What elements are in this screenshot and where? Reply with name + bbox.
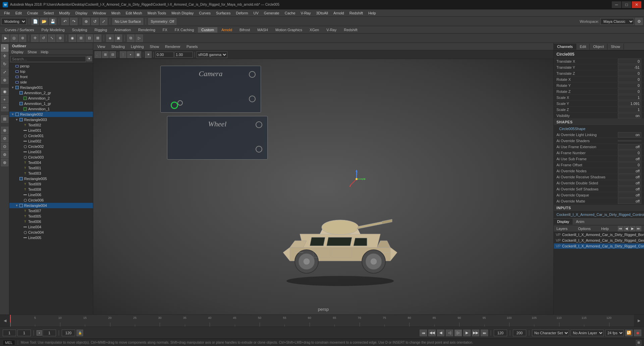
layer-menu-layers[interactable]: Layers bbox=[555, 226, 569, 231]
sculpt-tool[interactable]: ⌖ bbox=[1, 96, 8, 103]
ai-prop-value[interactable]: 0 bbox=[618, 162, 641, 168]
channel-value[interactable]: 1 bbox=[618, 95, 641, 100]
frame-box-input[interactable] bbox=[43, 330, 56, 336]
module-tab-sculpting[interactable]: Sculpting bbox=[69, 27, 91, 33]
menu-v-ray[interactable]: V-Ray bbox=[298, 10, 314, 16]
tree-item[interactable]: Ammnition_1 bbox=[9, 106, 93, 112]
tree-item[interactable]: Circle002 bbox=[9, 144, 93, 149]
fps-select[interactable]: 24 fps bbox=[605, 330, 624, 336]
tree-item[interactable]: Circle003 bbox=[9, 155, 93, 160]
layer-vis-btn[interactable]: V bbox=[556, 233, 558, 237]
tree-item[interactable]: Ammnition_2_gr bbox=[9, 90, 93, 96]
tree-item[interactable]: Rectangle005 bbox=[9, 176, 93, 181]
tree-item[interactable]: persp bbox=[9, 63, 93, 69]
tree-item[interactable]: Circle001 bbox=[9, 133, 93, 138]
symmetry-btn[interactable]: Symmetry: Off bbox=[148, 18, 176, 25]
layer-row[interactable]: VPCockerill_I_X_Armored_Car_is_Dirty_Rig… bbox=[554, 238, 644, 243]
channel-value[interactable]: 0 bbox=[618, 59, 641, 64]
menu-edit[interactable]: Edit bbox=[13, 10, 24, 16]
menu-mesh-display[interactable]: Mesh Display bbox=[169, 10, 196, 16]
settings-btn[interactable]: ⚙ bbox=[635, 18, 643, 25]
tree-item[interactable]: ▼Rectangle003 bbox=[9, 117, 93, 122]
tree-item[interactable]: TText002 bbox=[9, 122, 93, 128]
shape-item[interactable]: Circle005Shape bbox=[554, 126, 644, 132]
menu-3dtoall[interactable]: 3DtoAll bbox=[313, 10, 330, 16]
soft-mod[interactable]: ◉ bbox=[1, 88, 8, 95]
menu-window[interactable]: Window bbox=[90, 10, 109, 16]
cam-btn[interactable]: ⧉ bbox=[127, 35, 135, 42]
vp-light-btn[interactable]: ☀ bbox=[145, 51, 152, 58]
layer-nav-btn[interactable]: ⏮ bbox=[618, 226, 623, 231]
module-tab-rigging[interactable]: Rigging bbox=[91, 27, 110, 33]
lasso-btn[interactable]: ◎ bbox=[10, 35, 18, 42]
channels-tab-show[interactable]: Show bbox=[607, 44, 624, 50]
prev-frame-btn[interactable]: ◀ bbox=[437, 330, 444, 336]
tree-item[interactable]: Ammnition_2 bbox=[9, 96, 93, 101]
close-button[interactable]: ✕ bbox=[632, 1, 641, 8]
menu-surfaces[interactable]: Surfaces bbox=[213, 10, 233, 16]
menu-redshift[interactable]: Redshift bbox=[347, 10, 366, 16]
module-tab-rendering[interactable]: Rendering bbox=[135, 27, 159, 33]
channel-value[interactable]: 0 bbox=[618, 77, 641, 82]
auto-key-btn[interactable]: ⏺ bbox=[634, 330, 641, 336]
vp-persp-btn[interactable]: ⊞ bbox=[102, 51, 109, 58]
tree-item[interactable]: TText009 bbox=[9, 181, 93, 187]
menu-modify[interactable]: Modify bbox=[56, 10, 72, 16]
tree-item[interactable]: ▼Rectangle001 bbox=[9, 85, 93, 90]
layer-vis-btn[interactable]: V bbox=[556, 244, 558, 248]
isolate-btn[interactable]: ◈ bbox=[106, 35, 114, 42]
tree-item[interactable]: TText007 bbox=[9, 208, 93, 214]
status-icon-btn[interactable]: ⊞ bbox=[636, 340, 641, 345]
menu-deform[interactable]: Deform bbox=[233, 10, 251, 16]
universal-btn[interactable]: ⊕ bbox=[56, 35, 64, 42]
module-tab-curves-/-surfaces[interactable]: Curves / Surfaces bbox=[1, 27, 37, 33]
menu-cache[interactable]: Cache bbox=[282, 10, 298, 16]
channel-value[interactable]: 0 bbox=[618, 89, 641, 94]
viewport-menu-view[interactable]: View bbox=[95, 44, 108, 49]
module-tab-bifrost[interactable]: Bifrost bbox=[236, 27, 253, 33]
universal-manip[interactable]: ⊕ bbox=[1, 76, 8, 84]
rotate-icon-btn[interactable]: ↺ bbox=[40, 35, 47, 42]
paint-tool[interactable]: ✏ bbox=[1, 104, 8, 111]
go-end-btn[interactable]: ⏭ bbox=[481, 330, 488, 336]
channels-tab-object[interactable]: Object bbox=[590, 44, 607, 50]
new-scene-btn[interactable]: 📄 bbox=[32, 18, 39, 25]
layer-p-btn[interactable]: P bbox=[558, 233, 560, 237]
layer-nav-btn[interactable]: ⏭ bbox=[636, 226, 641, 231]
layer-p-btn[interactable]: P bbox=[558, 244, 560, 248]
outliner-menu-help[interactable]: Help bbox=[39, 49, 51, 55]
menu-mesh[interactable]: Mesh bbox=[109, 10, 123, 16]
menu-file[interactable]: File bbox=[1, 10, 13, 16]
scale-icon-btn[interactable]: ⤡ bbox=[48, 35, 55, 42]
anim-btn[interactable]: ▷ bbox=[136, 35, 143, 42]
undo-btn[interactable]: ↶ bbox=[61, 18, 69, 25]
current-frame-input[interactable] bbox=[17, 330, 31, 336]
no-live-surface-btn[interactable]: No Live Surface bbox=[112, 18, 143, 25]
scale-btn[interactable]: ⤢ bbox=[100, 18, 107, 25]
tree-item[interactable]: ▼Rectangle004 bbox=[9, 203, 93, 208]
tree-item[interactable]: ▼Rectangle002 bbox=[9, 112, 93, 117]
ai-prop-value[interactable]: off bbox=[618, 144, 641, 150]
ai-prop-value[interactable]: off bbox=[618, 192, 641, 198]
module-tab-arnold[interactable]: Arnold bbox=[218, 27, 235, 33]
outliner-menu-display[interactable]: Display bbox=[9, 49, 25, 55]
transform-btn[interactable]: ⊕ bbox=[83, 18, 90, 25]
redo-btn[interactable]: ↷ bbox=[70, 18, 77, 25]
ai-prop-value[interactable]: on bbox=[618, 132, 641, 137]
rotate-tool[interactable]: ↻ bbox=[1, 60, 8, 68]
minimize-button[interactable]: ─ bbox=[612, 1, 621, 8]
menu-arnold[interactable]: Arnold bbox=[331, 10, 347, 16]
module-tab-v-ray[interactable]: V-Ray bbox=[323, 27, 340, 33]
status-mode[interactable]: MEL bbox=[3, 340, 15, 345]
layer-nav-btn[interactable]: ▶ bbox=[630, 226, 635, 231]
module-tab-xgen[interactable]: XGen bbox=[306, 27, 322, 33]
display-btn[interactable]: ▣ bbox=[115, 35, 122, 42]
channel-value[interactable]: 1 bbox=[618, 107, 641, 112]
module-tab-poly-modeling[interactable]: Poly Modeling bbox=[38, 27, 68, 33]
tree-item[interactable]: side bbox=[9, 79, 93, 85]
viewport-menu-shading[interactable]: Shading bbox=[109, 44, 127, 49]
menu-create[interactable]: Create bbox=[24, 10, 41, 16]
next-key-btn[interactable]: ▶▶ bbox=[472, 330, 479, 336]
channel-value[interactable]: 0 bbox=[618, 83, 641, 88]
max-frame-input[interactable] bbox=[513, 330, 526, 336]
